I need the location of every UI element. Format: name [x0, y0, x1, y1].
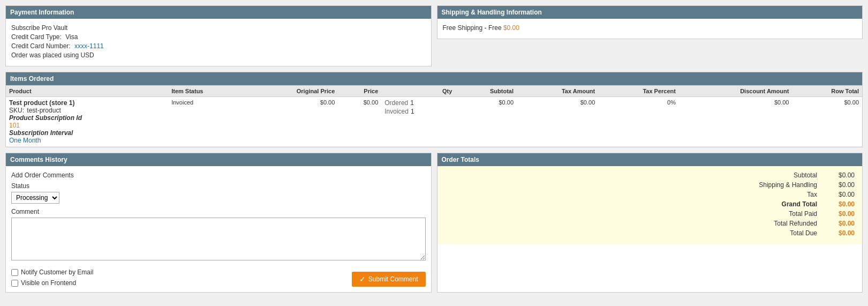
submit-icon: ✓ — [359, 275, 366, 283]
shipping-info-header: Shipping & Handling Information — [437, 6, 863, 19]
card-number-row: Credit Card Number: xxxx-1111 — [11, 42, 426, 50]
status-select[interactable]: Processing Pending Complete Cancelled On… — [11, 192, 59, 204]
item-status-cell: Invoiced — [168, 97, 246, 147]
col-tax-percent: Tax Percent — [598, 86, 679, 97]
card-type-row: Credit Card Type: Visa — [11, 33, 426, 41]
payment-info-header: Payment Information — [6, 6, 431, 19]
payment-info-panel: Payment Information Subscribe Pro Vault … — [5, 5, 432, 66]
col-row-total: Row Total — [792, 86, 862, 97]
qty-cell: Ordered 1 Invoiced 1 — [381, 97, 455, 147]
original-price-cell: $0.00 — [246, 97, 338, 147]
visible-frontend-row: Visible on Frontend — [11, 279, 93, 287]
col-product: Product — [6, 86, 168, 97]
order-totals-panel: Order Totals Subtotal$0.00Shipping & Han… — [437, 153, 863, 293]
comments-panel: Comments History Add Order Comments Stat… — [5, 153, 432, 293]
status-label: Status — [11, 182, 426, 190]
totals-row-6: Total Due$0.00 — [445, 229, 855, 237]
product-cell: Test product (store 1) SKU: test-product… — [6, 97, 168, 147]
order-totals-header: Order Totals — [437, 153, 863, 166]
notify-customer-row: Notify Customer by Email — [11, 268, 93, 276]
shipping-description: Free Shipping - Free $0.00 — [443, 24, 857, 32]
notify-customer-checkbox[interactable] — [11, 269, 18, 276]
payment-method: Subscribe Pro Vault — [11, 24, 426, 32]
discount-amount-cell: $0.00 — [679, 97, 792, 147]
submit-comment-button[interactable]: ✓ Submit Comment — [352, 272, 426, 287]
items-table: Product Item Status Original Price Price… — [6, 85, 862, 147]
currency-note: Order was placed using USD — [11, 51, 426, 59]
shipping-info-panel: Shipping & Handling Information Free Shi… — [437, 5, 863, 39]
visible-frontend-checkbox[interactable] — [11, 280, 18, 287]
totals-row-2: Tax$0.00 — [445, 191, 855, 198]
totals-row-1: Shipping & Handling$0.00 — [445, 181, 855, 189]
col-discount-amount: Discount Amount — [679, 86, 792, 97]
add-comments-label: Add Order Comments — [11, 171, 426, 179]
totals-row-0: Subtotal$0.00 — [445, 171, 855, 179]
table-row: Test product (store 1) SKU: test-product… — [6, 97, 862, 147]
comment-label: Comment — [11, 208, 426, 215]
totals-row-3: Grand Total$0.00 — [445, 200, 855, 208]
tax-percent-cell: 0% — [598, 97, 679, 147]
items-ordered-panel: Items Ordered Product Item Status Origin… — [5, 72, 863, 147]
comments-header: Comments History — [6, 153, 431, 166]
col-price: Price — [338, 86, 381, 97]
totals-row-5: Total Refunded$0.00 — [445, 220, 855, 227]
col-original-price: Original Price — [246, 86, 338, 97]
row-total-cell: $0.00 — [792, 97, 862, 147]
order-totals-body: Subtotal$0.00Shipping & Handling$0.00Tax… — [437, 166, 863, 244]
comment-textarea[interactable] — [11, 218, 426, 260]
col-tax-amount: Tax Amount — [517, 86, 598, 97]
col-item-status: Item Status — [168, 86, 246, 97]
tax-amount-cell: $0.00 — [517, 97, 598, 147]
subtotal-cell: $0.00 — [455, 97, 517, 147]
col-qty: Qty — [381, 86, 455, 97]
totals-row-4: Total Paid$0.00 — [445, 210, 855, 218]
items-ordered-header: Items Ordered — [6, 72, 862, 85]
price-cell: $0.00 — [338, 97, 381, 147]
col-subtotal: Subtotal — [455, 86, 517, 97]
